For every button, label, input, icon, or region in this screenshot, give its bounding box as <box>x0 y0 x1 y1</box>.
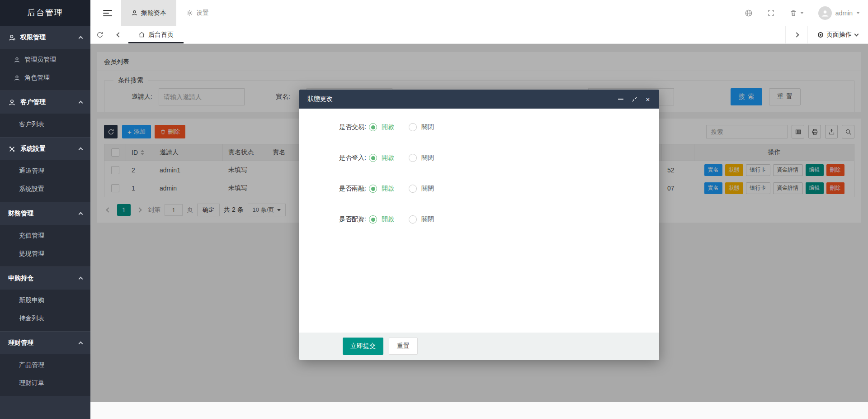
scroll-tabs-left-icon[interactable] <box>109 26 128 43</box>
sidebar-section-customers: 客户管理 客户列表 <box>0 90 90 137</box>
topbar: 振翰资本 设置 admin <box>90 0 868 26</box>
sidebar-item-permissions[interactable]: 权限管理 <box>0 26 90 49</box>
sidebar-item-new-stock-subscription[interactable]: 新股申购 <box>0 291 90 309</box>
sidebar-item-recharge-management[interactable]: 充值管理 <box>0 227 90 245</box>
radio-off-label[interactable]: 關閉 <box>421 185 434 193</box>
form-row-login: 是否登入: 開啟 關閉 <box>299 149 659 167</box>
sidebar-item-label: 系统設置 <box>19 185 44 193</box>
radio-off-label[interactable]: 關閉 <box>421 215 434 224</box>
tabstrip-right: 页面操作 <box>785 26 868 43</box>
user-menu[interactable]: admin <box>818 6 860 20</box>
sidebar-item-system-config[interactable]: 系统設置 <box>0 180 90 198</box>
admin-app: 后台管理 权限管理 管理员管理 角色管理 <box>0 0 868 419</box>
radio-off[interactable] <box>409 154 417 162</box>
radio-on-label[interactable]: 開啟 <box>382 185 394 193</box>
sidebar-item-label: 财務管理 <box>8 210 33 218</box>
radio-on[interactable] <box>369 185 377 193</box>
sidebar-item-customer-list[interactable]: 客户列表 <box>0 115 90 133</box>
topbar-tab-company[interactable]: 振翰资本 <box>121 0 176 26</box>
form-label: 是否兩融: <box>299 185 366 193</box>
tab-home-label: 后台首页 <box>148 31 174 39</box>
sidebar-item-label: 系统設置 <box>20 145 46 153</box>
sidebar-item-product-management[interactable]: 产品管理 <box>0 356 90 374</box>
chevron-up-icon <box>79 212 83 217</box>
sidebar-section-system: 系统設置 通道管理 系统設置 <box>0 137 90 202</box>
sidebar-item-label: 角色管理 <box>24 74 50 82</box>
sidebar-item-withdraw-management[interactable]: 提现管理 <box>0 245 90 263</box>
sidebar-item-finance-management[interactable]: 财務管理 <box>0 202 90 225</box>
avatar <box>818 6 832 20</box>
form-label: 是否登入: <box>299 154 366 162</box>
chevron-up-icon <box>79 148 83 152</box>
sidebar-item-label: 申购持仓 <box>8 274 33 282</box>
radio-off[interactable] <box>409 215 417 224</box>
chevron-up-icon <box>79 36 83 41</box>
scroll-tabs-right-icon[interactable] <box>785 26 808 43</box>
clear-cache-dropdown[interactable] <box>790 10 804 17</box>
gear-icon <box>186 10 193 16</box>
sidebar-submenu: 通道管理 系统設置 <box>0 160 90 202</box>
sidebar-toggle-icon[interactable] <box>103 8 112 18</box>
form-label: 是否交易: <box>299 123 366 131</box>
radio-on[interactable] <box>369 123 377 131</box>
sidebar-submenu: 客户列表 <box>0 114 90 137</box>
sidebar-item-label: 权限管理 <box>20 33 46 42</box>
caret-down-icon <box>800 12 804 14</box>
sidebar-item-label: 客户列表 <box>19 120 44 129</box>
form-row-allocation: 是否配資: 開啟 關閉 <box>299 211 659 228</box>
radio-on-label[interactable]: 開啟 <box>382 123 394 131</box>
form-row-trade: 是否交易: 開啟 關閉 <box>299 119 659 136</box>
sidebar-item-label: 充值管理 <box>19 232 44 240</box>
radio-off[interactable] <box>409 185 417 193</box>
modal-reset-button[interactable]: 重置 <box>389 338 418 355</box>
modal-footer: 立即提交 重置 <box>299 333 659 360</box>
sidebar-item-label: 新股申购 <box>19 296 44 305</box>
status-change-modal: 狀態更改 × 是否交易: 開啟 關閉 是否登入: 開 <box>299 90 659 360</box>
fullscreen-icon[interactable] <box>767 9 775 17</box>
radio-on-label[interactable]: 開啟 <box>382 215 394 224</box>
page-operations-dropdown[interactable]: 页面操作 <box>808 26 868 43</box>
sidebar-item-label: 通道管理 <box>19 167 44 175</box>
sidebar-item-wealth-orders[interactable]: 理财订单 <box>0 374 90 392</box>
refresh-tabs-icon[interactable] <box>90 26 109 43</box>
user-icon <box>14 75 21 81</box>
radio-off-label[interactable]: 關閉 <box>421 123 434 131</box>
content-frame: 会员列表 条件搜索 邀請人: 實名: 搜索 重置 +添加 刪除 <box>90 44 868 402</box>
radio-off-label[interactable]: 關閉 <box>421 154 434 162</box>
radio-on-label[interactable]: 開啟 <box>382 154 394 162</box>
sidebar-item-ipo-positions[interactable]: 申购持仓 <box>0 267 90 290</box>
modal-title: 狀態更改 <box>307 95 333 103</box>
submit-button[interactable]: 立即提交 <box>343 338 383 355</box>
sidebar-section-finance: 财務管理 充值管理 提现管理 <box>0 202 90 267</box>
bottom-band <box>90 402 868 419</box>
restore-icon[interactable] <box>631 96 637 102</box>
globe-icon[interactable] <box>745 9 753 17</box>
chevron-down-icon <box>854 32 859 36</box>
sidebar-item-label: 客户管理 <box>20 98 46 106</box>
chevron-up-icon <box>79 101 83 105</box>
chevron-up-icon <box>79 342 83 346</box>
sidebar-item-position-list[interactable]: 持倉列表 <box>0 309 90 328</box>
close-icon[interactable]: × <box>645 96 651 102</box>
app-logo: 后台管理 <box>0 0 90 26</box>
caret-down-icon <box>856 12 860 14</box>
minimize-icon[interactable] <box>618 96 624 102</box>
radio-off[interactable] <box>409 123 417 131</box>
sidebar-section-wealth: 理财管理 产品管理 理财订单 <box>0 331 90 396</box>
topbar-tab-label: 设置 <box>196 9 209 17</box>
sidebar-section-ipo: 申购持仓 新股申购 持倉列表 <box>0 267 90 331</box>
sidebar-item-wealth-management[interactable]: 理财管理 <box>0 332 90 354</box>
sidebar-item-system-settings[interactable]: 系统設置 <box>0 138 90 160</box>
sidebar-item-admin-management[interactable]: 管理员管理 <box>0 51 90 69</box>
tab-home[interactable]: 后台首页 <box>128 26 184 43</box>
sidebar-item-role-management[interactable]: 角色管理 <box>0 69 90 87</box>
radio-on[interactable] <box>369 215 377 224</box>
radio-on[interactable] <box>369 154 377 162</box>
sidebar-item-customer-management[interactable]: 客户管理 <box>0 91 90 114</box>
sidebar-item-label: 提现管理 <box>19 250 44 258</box>
modal-header: 狀態更改 × <box>299 90 659 109</box>
page-tabstrip: 后台首页 页面操作 <box>90 26 868 44</box>
topbar-tab-settings[interactable]: 设置 <box>176 0 219 26</box>
sidebar-item-channel-management[interactable]: 通道管理 <box>0 162 90 180</box>
sidebar-item-label: 持倉列表 <box>19 314 44 323</box>
